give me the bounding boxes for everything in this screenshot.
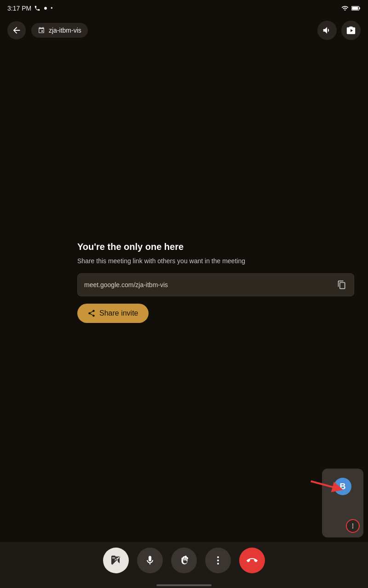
calendar-icon <box>38 27 45 34</box>
svg-rect-3 <box>359 7 360 9</box>
back-icon <box>12 25 22 35</box>
end-call-icon <box>247 555 258 566</box>
share-invite-button[interactable]: Share invite <box>77 304 149 323</box>
info-card: You're the only one here Share this meet… <box>77 242 354 323</box>
status-time: 3:17 PM <box>7 5 31 12</box>
more-options-icon <box>350 523 356 529</box>
raise-hand-button[interactable] <box>171 548 197 573</box>
flip-camera-icon <box>346 25 356 35</box>
mic-icon <box>144 555 155 566</box>
status-mode-icons: • <box>34 5 52 11</box>
mic-button[interactable] <box>137 548 163 573</box>
info-subtitle: Share this meeting link with others you … <box>77 257 354 266</box>
copy-link-button[interactable] <box>336 279 347 290</box>
self-video-more-button[interactable] <box>346 519 360 533</box>
meeting-code-text: zja-itbm-vis <box>49 27 81 34</box>
share-invite-label: Share invite <box>99 309 138 317</box>
tiktok-icon <box>42 5 49 11</box>
svg-point-0 <box>44 7 47 10</box>
copy-icon <box>337 280 346 289</box>
end-call-button[interactable] <box>239 548 265 573</box>
more-vertical-icon <box>213 555 224 566</box>
call-status-icon <box>34 5 40 11</box>
svg-point-11 <box>217 563 219 565</box>
svg-point-5 <box>352 526 353 526</box>
speaker-button[interactable] <box>317 21 337 40</box>
status-left: 3:17 PM • <box>7 5 52 12</box>
more-options-button[interactable] <box>205 548 231 573</box>
battery-icon <box>351 6 361 11</box>
camera-off-icon <box>110 555 121 566</box>
info-title: You're the only one here <box>77 242 354 252</box>
share-icon <box>87 309 96 317</box>
svg-point-4 <box>352 524 353 525</box>
raise-hand-icon <box>178 555 190 566</box>
svg-rect-2 <box>352 7 358 10</box>
flip-camera-button[interactable] <box>341 21 361 40</box>
meeting-code-pill[interactable]: zja-itbm-vis <box>31 23 88 38</box>
meeting-link-container: meet.google.com/zja-itbm-vis <box>77 273 354 296</box>
svg-point-10 <box>217 560 219 561</box>
top-bar: zja-itbm-vis <box>0 17 368 44</box>
camera-toggle-button[interactable] <box>103 548 129 573</box>
meeting-link-text: meet.google.com/zja-itbm-vis <box>84 281 336 288</box>
wifi-icon <box>341 5 349 12</box>
svg-point-6 <box>352 527 353 528</box>
home-indicator <box>156 584 212 586</box>
dot-indicator: • <box>51 5 52 11</box>
speaker-icon <box>322 25 332 35</box>
bottom-bar <box>0 542 368 588</box>
top-bar-left: zja-itbm-vis <box>7 21 88 40</box>
status-right <box>341 5 361 12</box>
main-content: You're the only one here Share this meet… <box>0 44 368 542</box>
top-bar-right <box>317 21 361 40</box>
back-button[interactable] <box>7 21 26 40</box>
status-bar: 3:17 PM • <box>0 0 368 17</box>
svg-point-9 <box>217 556 219 558</box>
